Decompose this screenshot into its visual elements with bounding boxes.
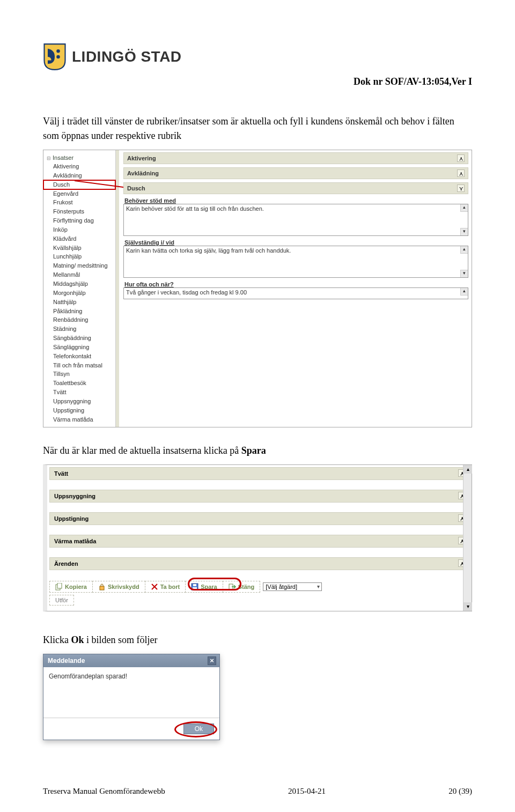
scroll-up-icon[interactable]: ▴ [460, 204, 468, 212]
svg-rect-6 [100, 586, 104, 590]
tree-item[interactable]: Avklädning [43, 171, 115, 180]
message-dialog: Meddelande × Genomförandeplan sparad! Ok [43, 654, 220, 740]
skrivskydd-button[interactable]: Skrivskydd [92, 581, 145, 593]
footer-left: Treserva Manual Genomförandewebb [43, 787, 165, 796]
tree-item[interactable]: Städning [43, 324, 115, 334]
main-panel: Aktivering⋏ Avklädning⋏ Dusch⋎ Behöver s… [116, 150, 472, 427]
ok-button[interactable]: Ok [183, 724, 214, 734]
lock-icon [98, 583, 106, 590]
svg-point-1 [56, 55, 60, 59]
tabort-button[interactable]: Ta bort [145, 581, 186, 593]
app-screenshot-tree-editor: Insatser AktiveringAvklädningDuschEgenvå… [43, 150, 472, 427]
section-dusch[interactable]: Dusch⋎ [123, 182, 468, 194]
kopiera-button[interactable]: Kopiera [49, 581, 93, 593]
section-header[interactable]: Uppsnyggning⋏ [49, 490, 469, 503]
section-aktivering[interactable]: Aktivering⋏ [123, 152, 468, 164]
textarea-sjalvstandig[interactable]: Karin kan tvätta och torka sig själv, lä… [123, 246, 468, 278]
tree-item[interactable]: Middagshjälp [43, 279, 115, 289]
stang-button[interactable]: Stäng [223, 581, 261, 593]
paragraph-ok: Klicka Ok i bilden som följer [43, 633, 472, 647]
expand-icon[interactable]: ⋎ [457, 184, 465, 192]
tree-item[interactable]: Fönsterputs [43, 207, 115, 216]
paragraph-spara: När du är klar med de aktuella insatsern… [43, 444, 472, 458]
paragraph-intro: Välj i trädet till vänster de rubriker/i… [43, 114, 472, 143]
delete-icon [151, 583, 158, 590]
svg-rect-5 [57, 583, 62, 588]
section-header[interactable]: Ärenden⋏ [49, 557, 469, 570]
svg-rect-11 [193, 584, 196, 586]
tree-item[interactable]: Förflyttning dag [43, 216, 115, 225]
tree-item[interactable]: Telefonkontakt [43, 352, 115, 361]
logo-shield-icon [43, 43, 67, 71]
tree-item[interactable]: Påklädning [43, 307, 115, 316]
tree-item[interactable]: Klädvård [43, 234, 115, 243]
tree-item[interactable]: Till och från matsal [43, 361, 115, 370]
tree-item[interactable]: Egenvård [43, 189, 115, 198]
tree-item[interactable]: Uppsnyggning [43, 397, 115, 406]
tree-item[interactable]: Sängläggning [43, 343, 115, 352]
svg-rect-10 [193, 587, 197, 589]
tree-item[interactable]: Dusch [43, 180, 115, 189]
tree-item[interactable]: Lunchhjälp [43, 252, 115, 261]
svg-point-0 [56, 49, 60, 53]
section-header[interactable]: Tvätt⋏ [49, 467, 469, 480]
doc-reference: Dok nr SOF/AV-13:054,Ver I [43, 76, 472, 87]
tree-item[interactable]: Mellanmål [43, 270, 115, 279]
scrollbar[interactable]: ▴ ▾ [463, 465, 472, 611]
tree-item[interactable]: Frukost [43, 198, 115, 207]
dialog-body: Genomförandeplan sparad! [43, 667, 219, 718]
label-behover-stod: Behöver stöd med [123, 197, 468, 204]
page-footer: Treserva Manual Genomförandewebb 2015-04… [43, 787, 472, 796]
label-sjalvstandig: Självständig i/ vid [123, 239, 468, 246]
tree-item[interactable]: Aktivering [43, 162, 115, 171]
scroll-up-icon[interactable]: ▴ [460, 288, 468, 296]
tree-item[interactable]: Sängbäddning [43, 334, 115, 343]
scroll-down-icon[interactable]: ▾ [464, 602, 472, 611]
section-header[interactable]: Uppstigning⋏ [49, 512, 469, 525]
scroll-down-icon[interactable]: ▾ [460, 270, 468, 277]
tree-item[interactable]: Matning/ medsittning [43, 261, 115, 270]
scroll-up-icon[interactable]: ▴ [460, 246, 468, 254]
utfor-button[interactable]: Utför [49, 595, 74, 606]
exit-icon [229, 583, 236, 590]
tree-item[interactable]: Kvällshjälp [43, 243, 115, 253]
tree-item[interactable]: Morgonhjälp [43, 289, 115, 298]
toolbar-row-2: Utför [49, 594, 469, 607]
app-screenshot-sections-toolbar: Tvätt⋏Uppsnyggning⋏Uppstigning⋏Värma mat… [43, 464, 472, 611]
section-header[interactable]: Värma matlåda⋏ [49, 535, 469, 548]
footer-right: 20 (39) [448, 787, 472, 796]
collapse-icon[interactable]: ⋏ [457, 154, 465, 162]
section-avkladning[interactable]: Avklädning⋏ [123, 167, 468, 179]
textarea-hurofta[interactable]: Två gånger i veckan, tisdag och fredag k… [123, 287, 468, 299]
scroll-up-icon[interactable]: ▴ [464, 465, 472, 474]
scroll-down-icon[interactable]: ▾ [460, 228, 468, 235]
action-select[interactable]: [Välj åtgärd] [263, 582, 322, 591]
brand-text: LIDINGÖ STAD [72, 48, 182, 65]
copy-icon [55, 583, 63, 590]
footer-center: 2015-04-21 [288, 787, 326, 796]
tree-item[interactable]: Tillsyn [43, 370, 115, 379]
dialog-footer: Ok [43, 718, 219, 740]
tree-item[interactable]: Natthjälp [43, 298, 115, 307]
tree-item[interactable]: Renbäddning [43, 315, 115, 324]
spara-button[interactable]: Spara [185, 581, 223, 593]
tree-item[interactable]: Värma matlåda [43, 415, 115, 424]
tree-panel: Insatser AktiveringAvklädningDuschEgenvå… [43, 150, 116, 427]
textarea-behover-stod[interactable]: Karin behöver stöd för att ta sig till o… [123, 204, 468, 236]
tree-item[interactable]: Inköp [43, 225, 115, 234]
tree-item[interactable]: Tvätt [43, 388, 115, 397]
save-icon [191, 583, 198, 590]
toolbar: Kopiera Skrivskydd Ta bort Spara Stäng [49, 580, 469, 594]
tree-item[interactable]: Uppstigning [43, 406, 115, 415]
collapse-icon[interactable]: ⋏ [457, 169, 465, 177]
label-hurofta: Hur ofta och när? [123, 281, 468, 287]
tree-item[interactable]: Toalettbesök [43, 379, 115, 388]
page-header: LIDINGÖ STAD [43, 43, 472, 71]
close-icon[interactable]: × [208, 656, 216, 665]
tree-root[interactable]: Insatser [43, 153, 115, 162]
dialog-titlebar: Meddelande × [43, 654, 219, 667]
